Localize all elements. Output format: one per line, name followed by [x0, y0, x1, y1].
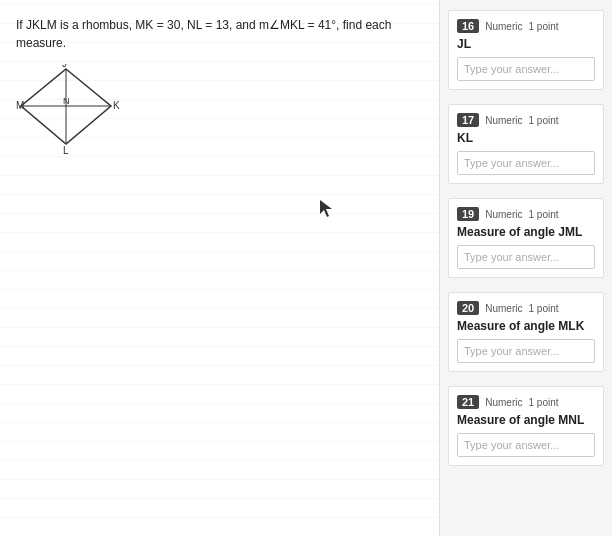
question-header-20: 20 Numeric 1 point	[457, 301, 595, 315]
question-points-21: 1 point	[528, 397, 558, 408]
question-label-16: JL	[457, 37, 595, 51]
question-type-19: Numeric	[485, 209, 522, 220]
question-label-20: Measure of angle MLK	[457, 319, 595, 333]
question-points-16: 1 point	[528, 21, 558, 32]
question-points-20: 1 point	[528, 303, 558, 314]
question-label-17: KL	[457, 131, 595, 145]
question-block-16: 16 Numeric 1 point JL	[448, 10, 604, 90]
svg-text:M: M	[16, 100, 24, 111]
rhombus-diagram: J K L M N	[16, 64, 126, 154]
question-header-17: 17 Numeric 1 point	[457, 113, 595, 127]
question-label-21: Measure of angle MNL	[457, 413, 595, 427]
answer-input-16[interactable]	[457, 57, 595, 81]
question-header-19: 19 Numeric 1 point	[457, 207, 595, 221]
answers-panel: 16 Numeric 1 point JL 17 Numeric 1 point…	[440, 0, 612, 536]
problem-text: If JKLM is a rhombus, MK = 30, NL = 13, …	[16, 16, 423, 52]
svg-text:L: L	[63, 145, 69, 154]
answer-input-19[interactable]	[457, 245, 595, 269]
question-label-19: Measure of angle JML	[457, 225, 595, 239]
question-type-17: Numeric	[485, 115, 522, 126]
svg-marker-8	[320, 200, 332, 217]
svg-text:N: N	[63, 96, 70, 106]
question-block-21: 21 Numeric 1 point Measure of angle MNL	[448, 386, 604, 466]
question-type-20: Numeric	[485, 303, 522, 314]
answer-input-20[interactable]	[457, 339, 595, 363]
question-points-17: 1 point	[528, 115, 558, 126]
answer-input-17[interactable]	[457, 151, 595, 175]
question-number-19: 19	[457, 207, 479, 221]
question-block-20: 20 Numeric 1 point Measure of angle MLK	[448, 292, 604, 372]
question-number-20: 20	[457, 301, 479, 315]
problem-panel: If JKLM is a rhombus, MK = 30, NL = 13, …	[0, 0, 440, 536]
question-type-16: Numeric	[485, 21, 522, 32]
question-number-17: 17	[457, 113, 479, 127]
question-number-16: 16	[457, 19, 479, 33]
svg-text:J: J	[62, 64, 67, 69]
question-number-21: 21	[457, 395, 479, 409]
question-points-19: 1 point	[528, 209, 558, 220]
question-block-19: 19 Numeric 1 point Measure of angle JML	[448, 198, 604, 278]
svg-text:K: K	[113, 100, 120, 111]
answer-input-21[interactable]	[457, 433, 595, 457]
question-block-17: 17 Numeric 1 point KL	[448, 104, 604, 184]
question-header-16: 16 Numeric 1 point	[457, 19, 595, 33]
question-header-21: 21 Numeric 1 point	[457, 395, 595, 409]
question-type-21: Numeric	[485, 397, 522, 408]
cursor	[320, 200, 332, 218]
